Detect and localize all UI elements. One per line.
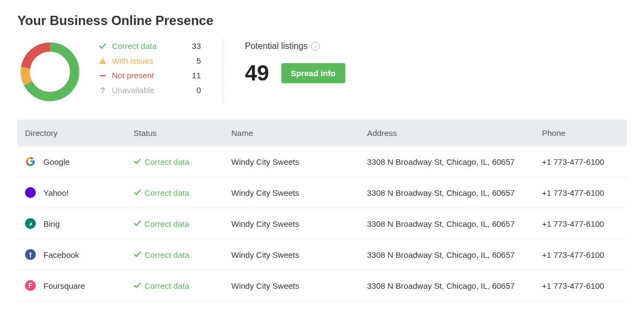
minus-icon — [98, 72, 108, 79]
google-icon — [25, 156, 36, 167]
check-icon — [134, 158, 141, 165]
vertical-divider — [223, 39, 223, 104]
potential-listings-count: 49 — [245, 61, 269, 85]
summary-panel: Correct data 33 With issues 5 Not presen… — [17, 39, 627, 104]
legend-with-issues[interactable]: With issues 5 — [98, 56, 201, 65]
address-cell: 3308 N Broadway St, Chicago, IL, 60657 — [359, 146, 534, 177]
listings-table: Directory Status Name Address Phone Goog… — [17, 120, 627, 301]
legend-label: Unavailable — [112, 85, 180, 95]
table-row[interactable]: FFoursquareCorrect dataWindy City Sweets… — [17, 270, 627, 301]
status-text: Correct data — [144, 157, 190, 166]
col-phone[interactable]: Phone — [534, 120, 627, 146]
address-cell: 3308 N Broadway St, Chicago, IL, 60657 — [359, 177, 534, 208]
status-text: Correct data — [144, 281, 190, 290]
phone-cell: +1 773-477-6100 — [534, 177, 627, 208]
svg-rect-5 — [102, 62, 103, 63]
status-cell: Correct data — [134, 188, 216, 197]
phone-cell: +1 773-477-6100 — [534, 270, 627, 301]
name-cell: Windy City Sweets — [224, 177, 359, 208]
address-cell: 3308 N Broadway St, Chicago, IL, 60657 — [359, 208, 534, 239]
spread-info-button[interactable]: Spread info — [281, 63, 346, 83]
legend-count: 5 — [185, 56, 201, 65]
bing-icon — [25, 218, 36, 229]
directory-name: Facebook — [43, 250, 79, 259]
col-address[interactable]: Address — [359, 120, 534, 146]
info-icon[interactable]: i — [311, 42, 320, 51]
check-icon — [134, 189, 141, 196]
name-cell: Windy City Sweets — [224, 208, 359, 239]
phone-cell: +1 773-477-6100 — [534, 208, 627, 239]
legend-label: With issues — [112, 56, 180, 65]
status-text: Correct data — [144, 188, 190, 197]
foursquare-icon: F — [25, 280, 36, 291]
directory-name: Google — [43, 157, 70, 166]
status-text: Correct data — [144, 250, 190, 259]
legend-count: 11 — [185, 71, 201, 80]
check-icon — [98, 42, 108, 50]
phone-cell: +1 773-477-6100 — [534, 239, 627, 270]
status-cell: Correct data — [134, 250, 216, 259]
potential-listings-panel: Potential listings i 49 Spread info — [245, 39, 345, 85]
question-icon: ? — [98, 85, 108, 95]
status-cell: Correct data — [134, 281, 216, 290]
table-header-row: Directory Status Name Address Phone — [17, 120, 627, 146]
table-row[interactable]: Yahoo!Correct dataWindy City Sweets3308 … — [17, 177, 627, 208]
legend-count: 0 — [185, 85, 201, 95]
potential-listings-label: Potential listings i — [245, 41, 345, 51]
directory-name: Foursquare — [43, 281, 85, 290]
status-cell: Correct data — [134, 219, 216, 228]
address-cell: 3308 N Broadway St, Chicago, IL, 60657 — [359, 239, 534, 270]
check-icon — [134, 251, 141, 258]
name-cell: Windy City Sweets — [224, 146, 359, 177]
phone-cell: +1 773-477-6100 — [534, 146, 627, 177]
status-text: Correct data — [144, 219, 190, 228]
check-icon — [134, 282, 141, 289]
check-icon — [134, 220, 141, 227]
table-row[interactable]: BingCorrect dataWindy City Sweets3308 N … — [17, 208, 627, 239]
col-status[interactable]: Status — [126, 120, 224, 146]
col-name[interactable]: Name — [224, 120, 359, 146]
warning-icon — [98, 57, 108, 65]
status-cell: Correct data — [134, 157, 216, 166]
directory-name: Yahoo! — [43, 188, 68, 197]
name-cell: Windy City Sweets — [224, 270, 359, 301]
svg-rect-6 — [100, 75, 106, 76]
facebook-icon: f — [25, 249, 36, 260]
name-cell: Windy City Sweets — [224, 239, 359, 270]
status-donut-chart — [17, 39, 83, 104]
col-directory[interactable]: Directory — [17, 120, 126, 146]
legend-label: Not present — [112, 71, 180, 80]
legend-count: 33 — [185, 41, 201, 51]
legend-not-present[interactable]: Not present 11 — [98, 71, 201, 80]
legend-unavailable[interactable]: ? Unavailable 0 — [98, 85, 201, 95]
directory-name: Bing — [43, 219, 60, 228]
table-row[interactable]: GoogleCorrect dataWindy City Sweets3308 … — [17, 146, 627, 177]
yahoo-icon — [25, 187, 36, 198]
svg-rect-4 — [102, 59, 103, 61]
page-title: Your Business Online Presence — [17, 13, 627, 28]
legend-correct-data[interactable]: Correct data 33 — [98, 41, 201, 51]
legend-label: Correct data — [112, 41, 180, 51]
table-row[interactable]: fFacebookCorrect dataWindy City Sweets33… — [17, 239, 627, 270]
status-legend: Correct data 33 With issues 5 Not presen… — [98, 39, 201, 95]
address-cell: 3308 N Broadway St, Chicago, IL, 60657 — [359, 270, 534, 301]
